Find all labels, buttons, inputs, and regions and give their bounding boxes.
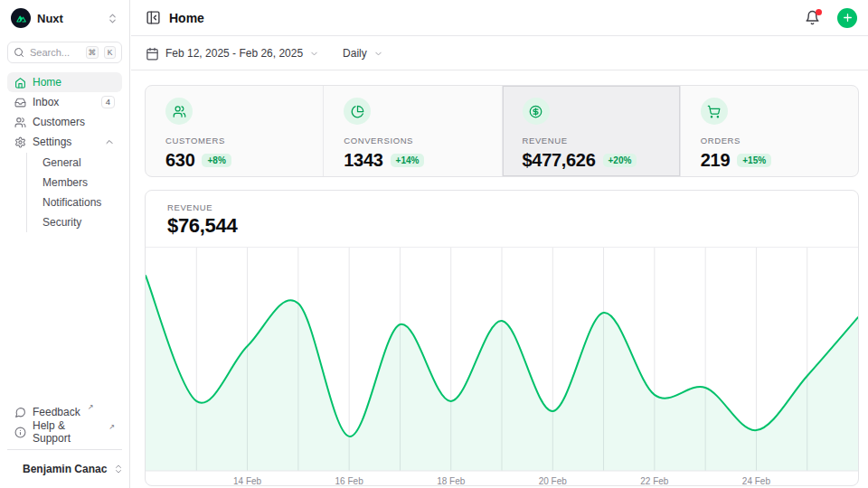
calendar-icon — [146, 47, 159, 61]
sidebar-item-members[interactable]: Members — [42, 173, 115, 192]
stat-delta-badge: +8% — [202, 154, 231, 167]
sidebar-item-security[interactable]: Security — [42, 212, 115, 232]
sidebar-item-label: Settings — [33, 136, 71, 148]
filters-toolbar: Feb 12, 2025 - Feb 26, 2025 Daily — [131, 37, 868, 70]
x-axis-tick-label: 18 Feb — [437, 476, 466, 486]
date-range-value: Feb 12, 2025 - Feb 26, 2025 — [165, 47, 303, 60]
external-link-icon: ↗ — [108, 422, 115, 434]
stat-conversions[interactable]: CONVERSIONS 1343 +14% — [324, 86, 502, 176]
chevrons-up-down-icon — [107, 13, 118, 24]
period-value: Daily — [343, 47, 367, 60]
sidebar-divider — [7, 449, 122, 450]
stats-row: CUSTOMERS 630 +8% CONVERSIONS 1343 +14% … — [145, 85, 859, 177]
sidebar-item-label: Inbox — [33, 96, 59, 108]
gear-icon — [14, 136, 26, 148]
shopping-cart-icon — [701, 98, 728, 125]
stat-customers[interactable]: CUSTOMERS 630 +8% — [146, 86, 324, 176]
revenue-chart-card: REVENUE $76,544 14 Feb16 Feb18 Feb20 Feb… — [145, 190, 859, 486]
x-axis-tick-label: 20 Feb — [539, 476, 568, 486]
x-axis-tick-label: 22 Feb — [640, 476, 669, 486]
collapse-sidebar-icon[interactable] — [146, 10, 161, 25]
stat-label: CONVERSIONS — [344, 136, 481, 145]
stat-value: 219 — [701, 150, 730, 171]
inbox-icon — [14, 97, 26, 108]
kbd-k: K — [104, 46, 116, 59]
user-name: Benjamin Canac — [23, 463, 107, 475]
users-icon — [165, 98, 193, 125]
inbox-count-badge: 4 — [101, 96, 115, 108]
page-title: Home — [169, 11, 797, 25]
stat-value: $477,626 — [523, 150, 596, 171]
sidebar-nav: Home Inbox 4 Customers Settings Genera — [0, 72, 129, 232]
pie-chart-icon — [344, 98, 371, 125]
sidebar-item-inbox[interactable]: Inbox 4 — [7, 92, 122, 112]
sidebar-item-label: Help & Support — [33, 419, 101, 445]
chevron-down-icon — [373, 49, 383, 59]
stat-label: CUSTOMERS — [165, 136, 303, 145]
settings-submenu: General Members Notifications Security — [26, 153, 115, 232]
user-menu[interactable]: Benjamin Canac — [7, 453, 122, 485]
revenue-area-chart[interactable]: 14 Feb16 Feb18 Feb20 Feb22 Feb24 Feb — [146, 248, 858, 486]
sidebar-item-help-support[interactable]: Help & Support ↗ — [7, 422, 122, 442]
kbd-cmd: ⌘ — [86, 46, 99, 59]
users-icon — [14, 117, 26, 128]
home-icon — [14, 77, 26, 89]
sidebar-item-label: Feedback — [33, 406, 80, 418]
nuxt-logo-icon — [11, 8, 31, 28]
add-button[interactable] — [837, 8, 857, 28]
sidebar-footer: Feedback ↗ Help & Support ↗ Benjamin Can… — [0, 402, 129, 488]
notifications-bell-button[interactable] — [805, 10, 820, 25]
sidebar-item-notifications[interactable]: Notifications — [42, 192, 115, 212]
chart-metric-value: $76,544 — [167, 214, 836, 238]
chevron-down-icon — [309, 49, 319, 59]
x-axis-tick-label: 16 Feb — [335, 476, 364, 486]
x-axis-tick-label: 24 Feb — [742, 476, 771, 486]
stat-value: 630 — [165, 150, 194, 171]
sidebar: Nuxt Search... ⌘ K Home Inbox 4 — [0, 0, 130, 488]
sidebar-item-label: Home — [33, 76, 61, 89]
sidebar-item-customers[interactable]: Customers — [7, 112, 122, 132]
stat-revenue[interactable]: REVENUE $477,626 +20% — [503, 86, 681, 176]
stat-label: ORDERS — [701, 136, 838, 145]
external-link-icon: ↗ — [88, 402, 94, 414]
notification-dot — [816, 9, 822, 15]
search-input[interactable]: Search... ⌘ K — [7, 42, 122, 63]
info-circle-icon — [14, 427, 26, 438]
stat-delta-badge: +14% — [391, 154, 425, 167]
sidebar-item-general[interactable]: General — [42, 153, 115, 173]
chart-metric-label: REVENUE — [167, 202, 836, 212]
chat-bubble-icon — [14, 407, 26, 418]
search-placeholder: Search... — [30, 47, 80, 58]
stat-delta-badge: +20% — [603, 154, 637, 167]
period-select[interactable]: Daily — [343, 47, 383, 60]
workspace-selector[interactable]: Nuxt — [0, 0, 129, 36]
dollar-circle-icon — [523, 98, 550, 125]
stat-value: 1343 — [344, 150, 382, 171]
sidebar-item-settings[interactable]: Settings — [7, 132, 122, 152]
workspace-name: Nuxt — [37, 12, 100, 25]
x-axis-tick-label: 14 Feb — [233, 476, 262, 486]
page-header: Home — [131, 0, 868, 36]
chevron-up-icon — [104, 136, 115, 147]
chevrons-up-down-icon — [113, 464, 124, 474]
stat-label: REVENUE — [523, 136, 660, 145]
chart-header: REVENUE $76,544 — [146, 191, 858, 248]
sidebar-item-label: Customers — [33, 116, 85, 128]
stat-delta-badge: +15% — [737, 154, 771, 167]
stat-orders[interactable]: ORDERS 219 +15% — [681, 86, 858, 176]
date-range-picker[interactable]: Feb 12, 2025 - Feb 26, 2025 — [146, 47, 319, 61]
sidebar-item-home[interactable]: Home — [7, 72, 122, 92]
search-icon — [14, 47, 24, 58]
